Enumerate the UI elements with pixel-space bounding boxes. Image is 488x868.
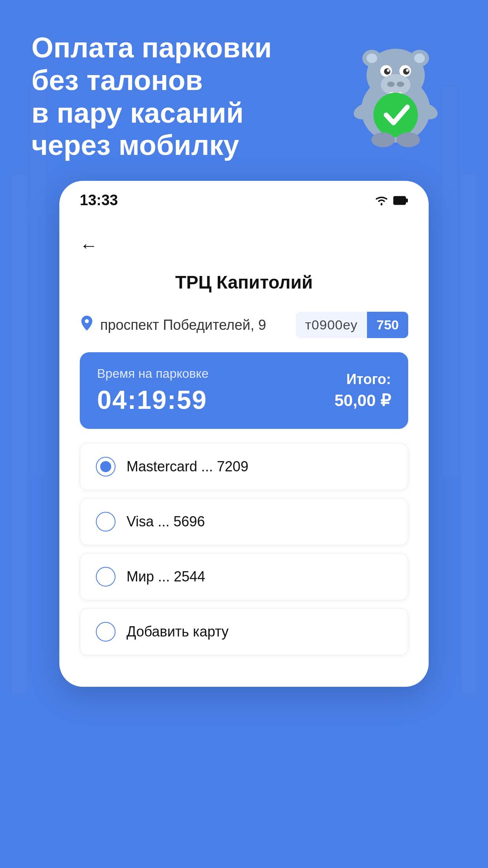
svg-point-19 bbox=[373, 93, 418, 137]
headline-line2: без талонов bbox=[31, 64, 272, 97]
timer-value: 04:19:59 bbox=[97, 385, 209, 415]
svg-point-25 bbox=[85, 319, 89, 323]
payment-option-2[interactable]: Visa ... 5696 bbox=[80, 498, 408, 545]
radio-btn-1 bbox=[96, 457, 116, 476]
payment-option-4[interactable]: Добавить карту bbox=[80, 608, 408, 655]
wifi-icon bbox=[374, 195, 389, 206]
radio-btn-3 bbox=[96, 567, 116, 587]
svg-point-21 bbox=[397, 132, 420, 147]
headline: Оплата парковки без талонов в пару касан… bbox=[31, 31, 272, 162]
svg-point-11 bbox=[406, 69, 409, 72]
status-bar: 13:33 bbox=[59, 181, 429, 213]
card-label-1: Mastercard ... 7209 bbox=[127, 458, 248, 475]
screen-title: ТРЦ Капитолий bbox=[80, 272, 408, 293]
payment-option-3[interactable]: Мир ... 2544 bbox=[80, 553, 408, 600]
headline-line3: в пару касаний bbox=[31, 97, 272, 129]
back-arrow-icon: ← bbox=[80, 235, 98, 256]
svg-rect-23 bbox=[394, 197, 405, 204]
plate-zone: 750 bbox=[367, 312, 408, 338]
total-amount: 50,00 ₽ bbox=[334, 391, 391, 410]
svg-point-14 bbox=[397, 81, 404, 86]
radio-btn-2 bbox=[96, 512, 116, 531]
payment-option-1[interactable]: Mastercard ... 7209 bbox=[80, 443, 408, 490]
svg-point-9 bbox=[403, 68, 409, 75]
location-icon bbox=[80, 315, 94, 335]
card-label-4: Добавить карту bbox=[127, 623, 229, 640]
card-label-2: Visa ... 5696 bbox=[127, 513, 205, 530]
total-label: Итого: bbox=[334, 371, 391, 388]
timer-card: Время на парковке 04:19:59 Итого: 50,00 … bbox=[80, 352, 408, 429]
svg-point-13 bbox=[387, 81, 394, 86]
hippo-mascot bbox=[335, 28, 457, 149]
svg-point-3 bbox=[367, 53, 377, 63]
payment-options-list: Mastercard ... 7209Visa ... 5696Мир ... … bbox=[80, 443, 408, 655]
phone-content: ← ТРЦ Капитолий проспект Победителей, 9 … bbox=[59, 213, 429, 687]
card-label-3: Мир ... 2544 bbox=[127, 568, 205, 585]
status-icons bbox=[374, 195, 408, 206]
address-left: проспект Победителей, 9 bbox=[80, 315, 266, 335]
headline-line4: через мобилку bbox=[31, 129, 272, 162]
top-section: Оплата парковки без талонов в пару касан… bbox=[0, 0, 488, 185]
address-text: проспект Победителей, 9 bbox=[100, 317, 266, 333]
timer-label: Время на парковке bbox=[97, 366, 209, 381]
headline-line1: Оплата парковки bbox=[31, 31, 272, 64]
plate-container: т0900еу 750 bbox=[296, 312, 408, 338]
battery-icon bbox=[393, 195, 408, 206]
status-time: 13:33 bbox=[80, 192, 118, 209]
svg-point-5 bbox=[414, 53, 425, 63]
back-button[interactable]: ← bbox=[80, 235, 408, 256]
svg-point-20 bbox=[371, 132, 394, 147]
svg-point-12 bbox=[381, 74, 410, 96]
radio-btn-4 bbox=[96, 622, 116, 642]
svg-point-8 bbox=[384, 68, 390, 75]
address-row: проспект Победителей, 9 т0900еу 750 bbox=[80, 312, 408, 338]
plate-number: т0900еу bbox=[296, 312, 367, 338]
timer-right: Итого: 50,00 ₽ bbox=[334, 371, 391, 410]
svg-point-10 bbox=[387, 69, 390, 72]
svg-point-22 bbox=[381, 203, 383, 205]
timer-left: Время на парковке 04:19:59 bbox=[97, 366, 209, 415]
svg-rect-24 bbox=[406, 199, 408, 202]
phone-mockup: 13:33 ← ТРЦ Капитолий bbox=[59, 181, 429, 687]
